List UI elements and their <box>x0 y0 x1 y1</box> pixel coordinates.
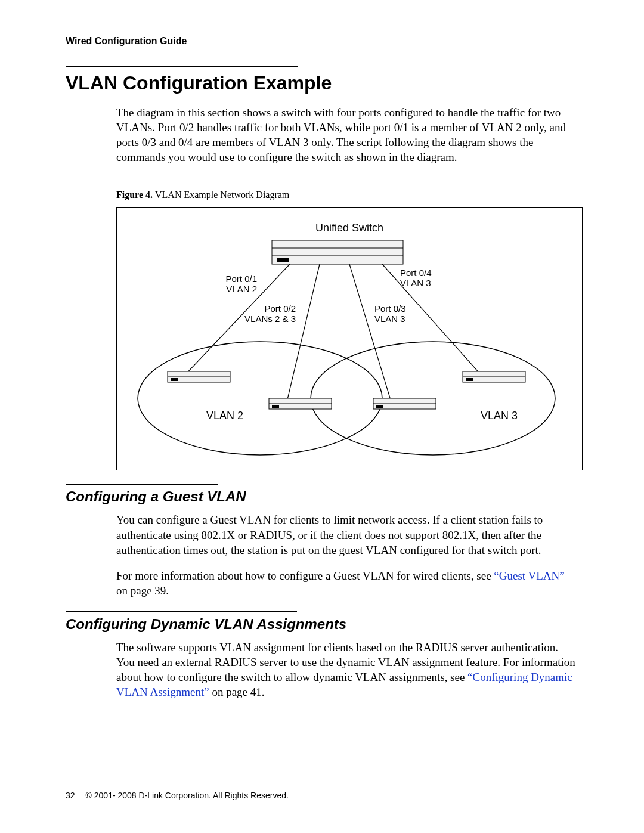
guest-vlan-para2-a: For more information about how to config… <box>116 569 494 582</box>
subsection-title-dynamic-vlan: Configuring Dynamic VLAN Assignments <box>66 616 578 633</box>
dynamic-vlan-block: The software supports VLAN assignment fo… <box>116 640 578 699</box>
figure-network-diagram: Unified Switch Port 0/1 VLAN 2 Port 0/2 … <box>116 207 583 470</box>
vlan3-label: VLAN 3 <box>481 410 518 422</box>
svg-rect-9 <box>272 405 279 408</box>
svg-rect-15 <box>466 378 473 381</box>
port3-name: Port 0/3 <box>374 304 406 314</box>
diagram-svg: Unified Switch Port 0/1 VLAN 2 Port 0/2 … <box>117 208 582 470</box>
guest-vlan-link[interactable]: “Guest VLAN” <box>494 569 564 582</box>
vlan2-label: VLAN 2 <box>206 410 243 422</box>
section-rule <box>66 66 298 67</box>
device-4-icon <box>463 371 525 382</box>
intro-paragraph: The diagram in this section shows a swit… <box>116 105 578 165</box>
switch-icon <box>272 240 403 264</box>
section-title: VLAN Configuration Example <box>66 72 578 94</box>
svg-rect-12 <box>376 405 383 408</box>
dynamic-vlan-para: The software supports VLAN assignment fo… <box>116 640 578 699</box>
port1-vlan: VLAN 2 <box>226 284 257 294</box>
dynamic-vlan-para-b: on page 41. <box>209 686 265 698</box>
port1-name: Port 0/1 <box>225 274 257 284</box>
page-number: 32 <box>66 791 75 800</box>
line-port3 <box>349 264 391 402</box>
svg-rect-0 <box>272 240 403 264</box>
port2-name: Port 0/2 <box>264 304 296 314</box>
intro-block: The diagram in this section shows a swit… <box>116 105 578 470</box>
device-1-icon <box>168 371 230 382</box>
guest-vlan-para2-b: on page 39. <box>116 584 169 597</box>
subsection-rule-2 <box>66 611 297 612</box>
device-2-icon <box>269 398 332 409</box>
line-port2-left <box>287 264 320 402</box>
port2-vlan: VLANs 2 & 3 <box>244 314 296 324</box>
svg-rect-6 <box>171 378 178 381</box>
subsection-title-guest-vlan: Configuring a Guest VLAN <box>66 488 578 505</box>
figure-caption-text: VLAN Example Network Diagram <box>155 190 289 200</box>
port4-vlan: VLAN 3 <box>400 278 431 288</box>
figure-caption: Figure 4. VLAN Example Network Diagram <box>116 188 578 201</box>
running-head: Wired Configuration Guide <box>66 36 578 47</box>
document-page: Wired Configuration Guide VLAN Configura… <box>0 0 644 833</box>
guest-vlan-para2: For more information about how to config… <box>116 568 578 598</box>
figure-label: Figure 4. <box>116 190 155 200</box>
guest-vlan-block: You can configure a Guest VLAN for clien… <box>116 512 578 597</box>
port4-name: Port 0/4 <box>400 268 432 278</box>
subsection-rule-1 <box>66 484 218 485</box>
page-footer: 32© 2001- 2008 D-Link Corporation. All R… <box>66 791 289 800</box>
copyright-text: © 2001- 2008 D-Link Corporation. All Rig… <box>86 791 289 800</box>
port3-vlan: VLAN 3 <box>374 314 405 324</box>
device-3-icon <box>373 398 436 409</box>
guest-vlan-para1: You can configure a Guest VLAN for clien… <box>116 512 578 557</box>
svg-rect-3 <box>277 258 289 262</box>
unified-switch-label: Unified Switch <box>315 222 383 234</box>
